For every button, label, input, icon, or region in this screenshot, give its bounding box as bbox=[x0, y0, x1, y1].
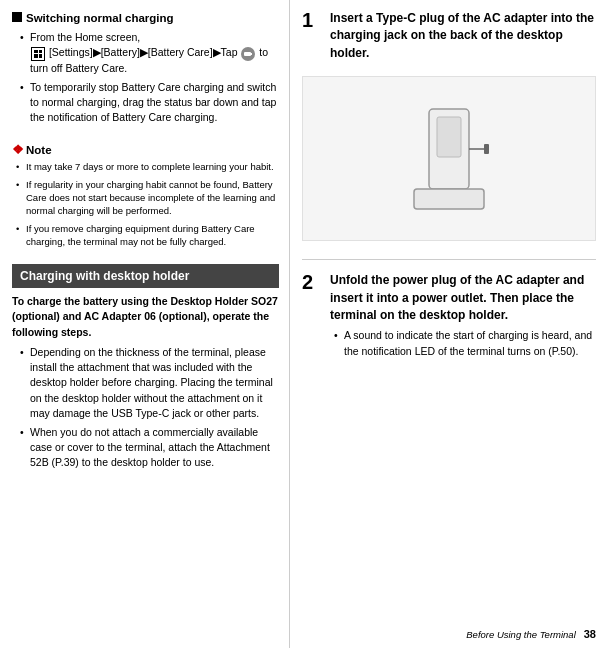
step-1-block: 1 Insert a Type-C plug of the AC adapter… bbox=[302, 10, 596, 260]
footer-page-number: 38 bbox=[584, 628, 596, 640]
step-1-number: 1 bbox=[302, 10, 322, 30]
switching-bullets: From the Home screen, [Settings]▶[Batter… bbox=[12, 30, 279, 125]
settings-path-text: [Settings]▶[Battery]▶[Battery Care]▶Tap bbox=[49, 46, 238, 58]
switching-title-row: Switching normal charging bbox=[12, 10, 279, 26]
note-bullet-1: It may take 7 days or more to complete l… bbox=[16, 160, 279, 173]
step-1-content: Insert a Type-C plug of the AC adapter i… bbox=[330, 10, 596, 66]
step-1-image bbox=[302, 76, 596, 241]
step-2-number: 2 bbox=[302, 272, 322, 292]
desktop-holder-body: To charge the battery using the Desktop … bbox=[12, 294, 279, 470]
switching-bullet-2: To temporarily stop Battery Care chargin… bbox=[20, 80, 279, 126]
diamond-icon: ❖ bbox=[12, 143, 24, 156]
svg-rect-4 bbox=[414, 189, 484, 209]
icon-grid bbox=[30, 46, 49, 58]
svg-rect-0 bbox=[244, 52, 251, 56]
desktop-holder-intro: To charge the battery using the Desktop … bbox=[12, 294, 279, 340]
step-1-title: Insert a Type-C plug of the AC adapter i… bbox=[330, 10, 596, 62]
desktop-holder-bullet-1: Depending on the thickness of the termin… bbox=[20, 345, 279, 421]
step-container: 1 Insert a Type-C plug of the AC adapter… bbox=[302, 10, 596, 638]
note-bullet-2: If regularity in your charging habit can… bbox=[16, 178, 279, 218]
note-title: ❖ Note bbox=[12, 143, 279, 156]
step-2-title: Unfold the power plug of the AC adapter … bbox=[330, 272, 596, 324]
left-column: Switching normal charging From the Home … bbox=[0, 0, 290, 648]
svg-rect-1 bbox=[251, 53, 252, 55]
step-2-content: Unfold the power plug of the AC adapter … bbox=[330, 272, 596, 361]
step-2-bullets: A sound to indicate the start of chargin… bbox=[330, 328, 596, 358]
desktop-holder-bullet-2: When you do not attach a commercially av… bbox=[20, 425, 279, 471]
note-bullet-3: If you remove charging equipment during … bbox=[16, 222, 279, 249]
desktop-holder-bullets: Depending on the thickness of the termin… bbox=[12, 345, 279, 471]
switching-heading: Switching normal charging bbox=[26, 10, 174, 26]
note-list: It may take 7 days or more to complete l… bbox=[12, 160, 279, 248]
note-section: ❖ Note It may take 7 days or more to com… bbox=[12, 143, 279, 252]
desktop-holder-section: Charging with desktop holder To charge t… bbox=[12, 264, 279, 475]
step-1: 1 Insert a Type-C plug of the AC adapter… bbox=[302, 10, 596, 66]
svg-rect-3 bbox=[437, 117, 461, 157]
switching-bullet-1: From the Home screen, [Settings]▶[Batter… bbox=[20, 30, 279, 76]
desktop-holder-header: Charging with desktop holder bbox=[12, 264, 279, 288]
note-heading: Note bbox=[26, 144, 52, 156]
square-icon bbox=[12, 12, 22, 22]
footer-label: Before Using the Terminal bbox=[466, 629, 575, 640]
from-home-text: From the Home screen, bbox=[30, 31, 140, 43]
battery-care-icon bbox=[241, 47, 255, 61]
step-2: 2 Unfold the power plug of the AC adapte… bbox=[302, 272, 596, 361]
step-2-block: 2 Unfold the power plug of the AC adapte… bbox=[302, 272, 596, 371]
switching-section: Switching normal charging From the Home … bbox=[12, 10, 279, 129]
svg-rect-6 bbox=[484, 144, 489, 154]
page-footer: Before Using the Terminal 38 bbox=[466, 628, 596, 640]
apps-icon bbox=[31, 47, 45, 61]
step-2-bullet-1: A sound to indicate the start of chargin… bbox=[334, 328, 596, 358]
right-column: 1 Insert a Type-C plug of the AC adapter… bbox=[290, 0, 608, 648]
